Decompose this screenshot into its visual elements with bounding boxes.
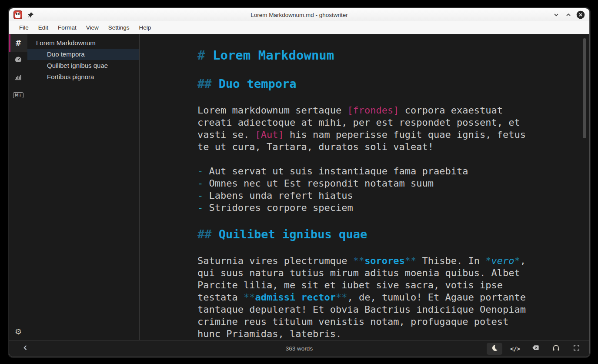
bar-chart-icon xyxy=(14,73,22,83)
settings-button[interactable]: ⚙ xyxy=(9,324,27,340)
ghostwriter-ghost-icon xyxy=(13,10,22,19)
editor-line: Lorem markdownum sertaque [frondes] corp… xyxy=(197,104,521,117)
outline-panel: Lorem MarkdownumDuo temporaQuilibet igni… xyxy=(27,34,140,340)
editor-line: - Stridores corpore speciem xyxy=(197,202,521,214)
menu-item-edit[interactable]: Edit xyxy=(33,21,53,34)
gauge-icon xyxy=(14,56,22,65)
editor-line: ## Duo tempora xyxy=(197,76,521,92)
title-bar: Lorem Markdownum.md - ghostwriter xyxy=(9,8,589,21)
editor-line: te ut cura, Tartara, duratos soli valeat… xyxy=(197,141,521,153)
window-title: Lorem Markdownum.md - ghostwriter xyxy=(9,12,589,18)
status-bar: 363 words </> xyxy=(9,340,589,357)
editor-scrollbar[interactable] xyxy=(583,38,586,138)
editor-line: Parcite lilia, me sit et iubet sive sacr… xyxy=(197,279,521,291)
sidebar-tab-outline[interactable]: # xyxy=(9,34,27,52)
code-icon: </> xyxy=(510,345,520,352)
moon-icon xyxy=(491,344,498,354)
focus-mode-button[interactable] xyxy=(548,343,564,355)
markdown-icon: M↓ xyxy=(13,92,24,98)
fullscreen-icon xyxy=(573,344,580,353)
main-area: # M↓ ⚙ Lorem MarkdownumDuo temporaQuilib… xyxy=(9,34,589,340)
editor-line: qui suus natura tutius mirum aditus moen… xyxy=(197,267,521,279)
menu-item-help[interactable]: Help xyxy=(134,21,156,34)
editor-line: Saturnia vires plectrumque **sorores** T… xyxy=(197,255,521,267)
editor-list: - Aut servat ut suis instantiaque fama p… xyxy=(197,165,521,214)
editor-heading: ## Duo tempora xyxy=(197,76,521,92)
editor-line: testata **admissi rector**, de, tumulo! … xyxy=(197,291,521,304)
editor-line: ## Quilibet ignibus quae xyxy=(197,226,521,243)
editor-line: hunc Priamidas, latebris. xyxy=(197,328,521,340)
html-preview-button[interactable]: </> xyxy=(507,343,523,355)
hashtag-icon: # xyxy=(15,39,21,47)
editor-line: - Labens unda refert hiatus xyxy=(197,190,521,202)
backspace-icon xyxy=(531,344,540,354)
sidebar-icon-strip: # M↓ ⚙ xyxy=(9,34,27,340)
outline-item[interactable]: Fortibus pignora xyxy=(27,71,139,83)
chevron-left-icon xyxy=(22,344,29,353)
dark-mode-button[interactable] xyxy=(487,343,502,355)
editor-line: crimine reus titulum venistis notam, pro… xyxy=(197,316,521,328)
close-icon[interactable] xyxy=(576,10,585,19)
sidebar-tab-cheat-sheet[interactable]: M↓ xyxy=(9,87,27,104)
headphones-icon xyxy=(552,344,560,354)
hide-sidebar-button[interactable] xyxy=(14,344,32,353)
chevron-up-icon[interactable] xyxy=(564,10,573,19)
status-bar-buttons: </> xyxy=(487,343,584,355)
editor-paragraph: Saturnia vires plectrumque **sorores** T… xyxy=(197,255,521,340)
menu-item-view[interactable]: View xyxy=(81,21,104,34)
editor-line: - Omnes nec ut Est respondit notatam suu… xyxy=(197,177,521,190)
sidebar-tab-document-statistics[interactable] xyxy=(9,69,27,87)
menu-item-settings[interactable]: Settings xyxy=(104,21,134,34)
editor-heading: ## Quilibet ignibus quae xyxy=(197,226,521,243)
editor-line: tantaque depulerat! Et obvia Bactrius in… xyxy=(197,304,521,316)
menu-item-format[interactable]: Format xyxy=(53,21,81,34)
editor-content: # Lorem Markdownum## Duo temporaLorem ma… xyxy=(197,34,521,340)
editor-line: vasti se. [Aut] his nam peperisse fugit … xyxy=(197,129,521,141)
hemingway-mode-button[interactable] xyxy=(528,343,543,355)
outline-item[interactable]: Lorem Markdownum xyxy=(27,37,139,49)
sidebar-tab-session-statistics[interactable] xyxy=(9,52,27,69)
menu-item-file[interactable]: File xyxy=(14,21,33,34)
editor-heading: # Lorem Markdownum xyxy=(197,47,521,63)
outline-item[interactable]: Quilibet ignibus quae xyxy=(27,60,139,71)
editor-paragraph: Lorem markdownum sertaque [frondes] corp… xyxy=(197,104,521,153)
editor[interactable]: # Lorem Markdownum## Duo temporaLorem ma… xyxy=(140,34,589,340)
chevron-down-icon[interactable] xyxy=(552,10,561,19)
pushpin-icon[interactable] xyxy=(27,12,34,18)
gear-icon: ⚙ xyxy=(15,327,22,337)
fullscreen-button[interactable] xyxy=(568,343,584,355)
ghostwriter-window: Lorem Markdownum.md - ghostwriter FileEd… xyxy=(9,8,590,357)
editor-line: - Aut servat ut suis instantiaque fama p… xyxy=(197,165,521,177)
outline-item[interactable]: Duo tempora xyxy=(27,49,139,60)
editor-line: creati adiectoque at mihi, per est respo… xyxy=(197,117,521,129)
menu-bar: FileEditFormatViewSettingsHelp xyxy=(9,21,589,34)
editor-line: # Lorem Markdownum xyxy=(197,47,521,63)
